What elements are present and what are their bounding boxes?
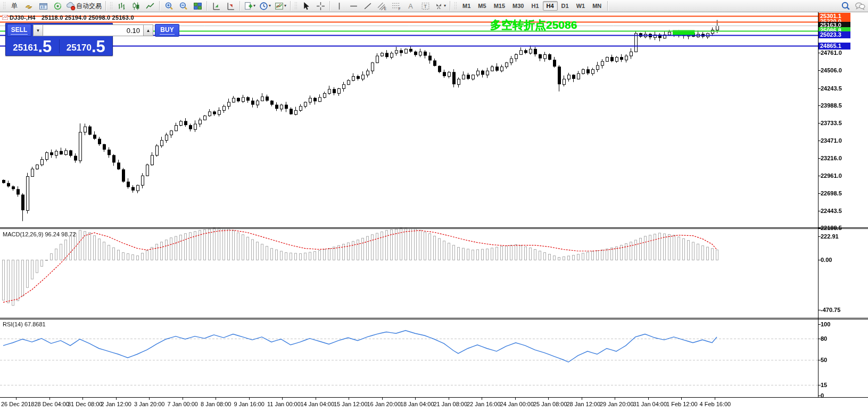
time-axis-label: 22 Jan 16:00 — [467, 401, 501, 407]
sell-price-frac: .5 — [38, 40, 52, 54]
price-chart-canvas[interactable] — [0, 0, 868, 411]
time-axis-label: 18 Jan 04:00 — [400, 401, 434, 407]
time-axis-label: 31 Dec 08:00 — [68, 401, 102, 407]
buy-price-int: 25170 — [67, 43, 92, 52]
price-axis-tick: 23733.5 — [821, 120, 842, 126]
price-axis-tick: 22698.5 — [821, 190, 842, 196]
macd-axis-tick: 222.91 — [821, 233, 839, 240]
rsi-axis-tick: 80 — [821, 335, 827, 342]
price-axis-tick: 23988.5 — [821, 102, 842, 109]
rsi-axis-tick: 15 — [821, 382, 827, 388]
macd-axis-tick: 0.00 — [821, 257, 832, 263]
rsi-indicator-label: RSI(14) 67.8681 — [3, 321, 46, 327]
chart-symbol-icon — [2, 15, 8, 20]
price-axis-tick: 24761.0 — [821, 50, 842, 56]
price-axis-tick: 22961.0 — [821, 172, 842, 179]
sell-button[interactable]: SELL — [7, 24, 31, 37]
chart-title: DJ30-,H4 25118.0 25194.0 25098.0 25163.0 — [10, 14, 134, 21]
price-axis-tick: 23216.0 — [821, 155, 842, 161]
time-axis-label: 28 Jan 12:00 — [567, 401, 601, 407]
volume-decrease-button[interactable]: ▼ — [33, 24, 43, 36]
time-axis-label: 9 Jan 16:00 — [234, 401, 265, 407]
volume-stepper: ▼ ▲ — [33, 24, 153, 36]
mt4-terminal-window: 单 自动交易 — [0, 0, 868, 411]
chart-symbol-period: DJ30-,H4 — [10, 14, 36, 21]
chart-ohlc-values: 25118.0 25194.0 25098.0 25163.0 — [42, 14, 134, 21]
price-level-flag: 25023.3 — [819, 31, 850, 38]
widget-top-row: SELL ▼ ▲ BUY — [6, 23, 112, 37]
time-axis-label: 26 Dec 2018 — [1, 401, 34, 407]
rsi-axis-tick: 0 — [821, 392, 824, 399]
buy-price[interactable]: 25170.5 — [60, 37, 113, 55]
time-axis-label: 16 Jan 20:00 — [367, 401, 401, 407]
macd-axis-tick: -470.75 — [821, 307, 840, 313]
time-axis-label: 1 Feb 12:00 — [666, 401, 698, 407]
time-axis-label: 7 Jan 00:00 — [168, 401, 199, 407]
one-click-trading-widget: SELL ▼ ▲ BUY 25161.5 25170.5 — [5, 23, 113, 56]
macd-indicator-label: MACD(12,26,9) 96.24 98.72 — [3, 231, 76, 237]
time-axis-label: 25 Jan 08:00 — [533, 401, 567, 407]
price-level-flag: 24865.1 — [819, 43, 850, 50]
time-axis-label: 15 Jan 12:00 — [334, 401, 368, 407]
time-axis-label: 11 Jan 00:00 — [267, 401, 301, 407]
time-axis-label: 3 Jan 20:00 — [134, 401, 165, 407]
time-axis-label: 8 Jan 08:00 — [201, 401, 232, 407]
rsi-axis-tick: 100 — [821, 321, 830, 327]
widget-price-row: 25161.5 25170.5 — [6, 37, 112, 55]
sell-price[interactable]: 25161.5 — [6, 37, 59, 55]
buy-button[interactable]: BUY — [155, 24, 179, 37]
time-axis-label: 31 Jan 04:00 — [633, 401, 667, 407]
price-axis-tick: 24243.5 — [821, 85, 842, 92]
time-axis-label: 24 Jan 00:00 — [500, 401, 534, 407]
chart-annotation-text: 多空转折点25086 — [490, 18, 577, 32]
price-axis-tick: 22188.5 — [821, 225, 842, 231]
sell-price-int: 25161 — [13, 43, 38, 52]
price-axis-tick: 23471.0 — [821, 137, 842, 144]
buy-price-frac: .5 — [92, 40, 105, 54]
time-axis-label: 29 Jan 20:00 — [600, 401, 634, 407]
time-axis-label: 28 Dec 04:00 — [35, 401, 69, 407]
volume-increase-button[interactable]: ▲ — [143, 24, 153, 36]
price-axis-tick: 22443.5 — [821, 208, 842, 214]
time-axis-label: 2 Jan 12:00 — [101, 401, 132, 407]
time-axis-label: 4 Feb 16:00 — [700, 401, 731, 407]
rsi-axis-tick: 50 — [821, 357, 827, 363]
time-axis-label: 21 Jan 08:00 — [434, 401, 468, 407]
time-axis-label: 14 Jan 04:00 — [301, 401, 335, 407]
volume-input[interactable] — [43, 24, 143, 36]
price-axis-tick: 24506.0 — [821, 67, 842, 73]
